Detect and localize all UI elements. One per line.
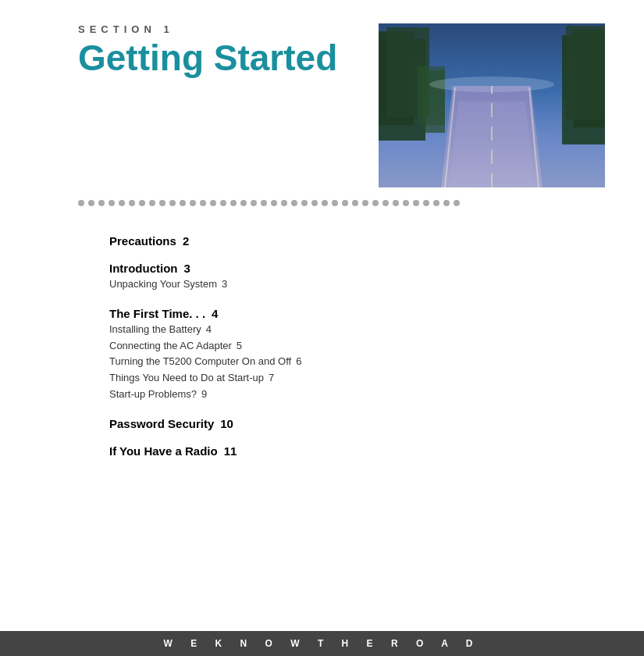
turning-on-off-page: 6 bbox=[296, 354, 301, 370]
startup-problems-page: 9 bbox=[201, 387, 207, 403]
dot-1 bbox=[78, 200, 84, 206]
dot-11 bbox=[180, 200, 186, 206]
dot-27 bbox=[342, 200, 348, 206]
radio-page: 11 bbox=[224, 444, 237, 458]
unpacking-label: Unpacking Your System bbox=[109, 276, 217, 293]
toc-item-precautions: Precautions 2 bbox=[109, 234, 605, 248]
section-label: SECTION 1 bbox=[78, 23, 363, 35]
svg-rect-8 bbox=[418, 66, 445, 125]
dot-33 bbox=[403, 200, 409, 206]
dot-16 bbox=[230, 200, 237, 206]
dot-6 bbox=[129, 200, 135, 206]
toc-item-password: Password Security 10 bbox=[109, 417, 605, 430]
dot-3 bbox=[98, 200, 105, 206]
dot-14 bbox=[210, 200, 216, 206]
toc-sub-turning-on-off: Turning the T5200 Computer On and Off 6 bbox=[109, 354, 605, 370]
introduction-page: 3 bbox=[183, 262, 190, 275]
dot-12 bbox=[190, 200, 196, 206]
header-area: SECTION 1 Getting Started bbox=[0, 0, 644, 187]
first-time-label: The First Time. . . bbox=[109, 307, 205, 320]
dot-15 bbox=[220, 200, 226, 206]
dot-19 bbox=[261, 200, 267, 206]
first-time-page: 4 bbox=[212, 307, 218, 320]
dot-4 bbox=[109, 200, 115, 206]
dot-18 bbox=[251, 200, 257, 206]
unpacking-page: 3 bbox=[222, 276, 227, 293]
svg-marker-15 bbox=[449, 102, 535, 187]
startup-things-page: 7 bbox=[269, 370, 274, 387]
svg-rect-6 bbox=[566, 26, 605, 119]
dot-20 bbox=[271, 200, 277, 206]
introduction-label: Introduction bbox=[109, 262, 177, 275]
dot-32 bbox=[393, 200, 399, 206]
dot-28 bbox=[352, 200, 358, 206]
ac-adapter-page: 5 bbox=[237, 338, 242, 355]
footer-text: W E K N O W T H E R O A D bbox=[164, 638, 481, 649]
toc-heading-introduction: Introduction 3 bbox=[109, 262, 605, 275]
precautions-label: Precautions bbox=[109, 234, 176, 248]
battery-label: Installing the Battery bbox=[109, 322, 201, 338]
toc-item-introduction: Introduction 3 Unpacking Your System 3 bbox=[109, 262, 605, 293]
dot-29 bbox=[362, 200, 368, 206]
dot-26 bbox=[332, 200, 338, 206]
dot-13 bbox=[200, 200, 206, 206]
toc-sub-ac-adapter: Connecting the AC Adapter 5 bbox=[109, 338, 605, 355]
dot-21 bbox=[281, 200, 287, 206]
turning-on-off-label: Turning the T5200 Computer On and Off bbox=[109, 354, 291, 370]
dot-7 bbox=[139, 200, 145, 206]
toc-heading-password: Password Security 10 bbox=[109, 417, 605, 430]
toc-sub-startup-problems: Start-up Problems? 9 bbox=[109, 387, 605, 403]
dot-23 bbox=[301, 200, 308, 206]
dot-24 bbox=[311, 200, 318, 206]
page-container: SECTION 1 Getting Started bbox=[0, 0, 644, 656]
radio-label: If You Have a Radio bbox=[109, 444, 218, 458]
dot-5 bbox=[119, 200, 125, 206]
dot-10 bbox=[169, 200, 176, 206]
dot-35 bbox=[423, 200, 429, 206]
toc-item-radio: If You Have a Radio 11 bbox=[109, 444, 605, 458]
main-title: Getting Started bbox=[78, 38, 363, 78]
dot-36 bbox=[433, 200, 439, 206]
dot-17 bbox=[240, 200, 247, 206]
toc-heading-precautions: Precautions 2 bbox=[109, 234, 605, 248]
road-svg bbox=[379, 23, 605, 187]
toc-heading-first-time: The First Time. . . 4 bbox=[109, 307, 605, 320]
content-area: Precautions 2 Introduction 3 Unpacking Y… bbox=[0, 211, 644, 487]
ac-adapter-label: Connecting the AC Adapter bbox=[109, 338, 232, 355]
password-label: Password Security bbox=[109, 417, 214, 430]
startup-problems-label: Start-up Problems? bbox=[109, 387, 197, 403]
precautions-page: 2 bbox=[183, 234, 189, 248]
startup-things-label: Things You Need to Do at Start-up bbox=[109, 370, 264, 387]
battery-page: 4 bbox=[206, 322, 212, 338]
title-block: SECTION 1 Getting Started bbox=[78, 23, 379, 78]
dot-37 bbox=[443, 200, 450, 206]
dot-8 bbox=[149, 200, 155, 206]
footer-bar: W E K N O W T H E R O A D bbox=[0, 631, 644, 656]
dot-25 bbox=[322, 200, 328, 206]
toc-item-first-time: The First Time. . . 4 Installing the Bat… bbox=[109, 307, 605, 403]
dot-2 bbox=[88, 200, 94, 206]
toc-sub-startup-things: Things You Need to Do at Start-up 7 bbox=[109, 370, 605, 387]
dot-22 bbox=[291, 200, 297, 206]
dot-9 bbox=[159, 200, 165, 206]
toc-sub-battery: Installing the Battery 4 bbox=[109, 322, 605, 338]
road-image bbox=[379, 23, 605, 187]
dot-38 bbox=[454, 200, 460, 206]
dot-30 bbox=[372, 200, 379, 206]
toc-sub-unpacking: Unpacking Your System 3 bbox=[109, 276, 605, 293]
toc-heading-radio: If You Have a Radio 11 bbox=[109, 444, 605, 458]
dot-separator bbox=[78, 195, 605, 211]
dot-31 bbox=[382, 200, 389, 206]
svg-point-14 bbox=[429, 77, 554, 92]
password-page: 10 bbox=[220, 417, 233, 430]
dot-34 bbox=[413, 200, 419, 206]
